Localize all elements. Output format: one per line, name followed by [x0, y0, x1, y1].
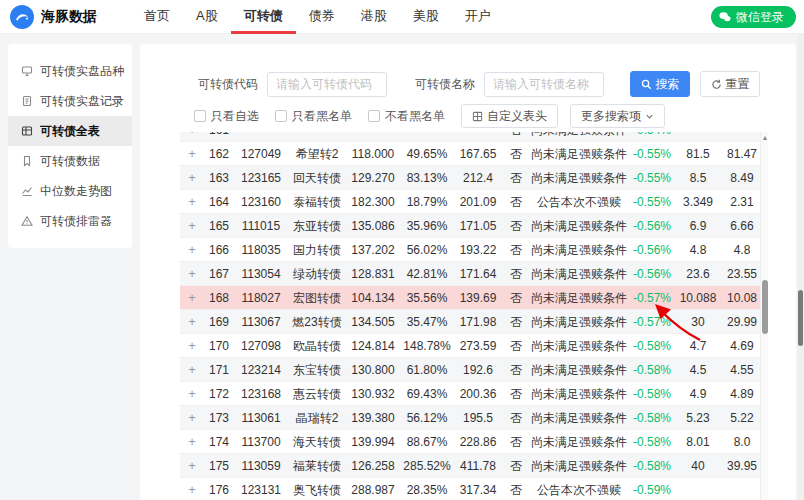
change-percent: -0.57%: [628, 310, 676, 333]
bond-name-input[interactable]: [484, 72, 604, 97]
table-row[interactable]: + 162 127049 希望转2 118.000 49.65% 167.65 …: [180, 142, 768, 166]
value-2: 5.22: [720, 406, 764, 429]
login-label: 微信登录: [736, 9, 784, 26]
filter-row-inputs: 可转债代码 可转债名称 搜索 重置: [198, 71, 760, 97]
sidebar-item-label: 可转债全表: [40, 123, 100, 140]
premium-rate: 35.96%: [400, 214, 454, 237]
bond-value: 171.05: [454, 214, 502, 237]
redeem-flag: 否: [502, 310, 530, 333]
table-row[interactable]: + 171 123214 东宝转债 130.800 61.80% 192.6 否…: [180, 358, 768, 382]
redeem-condition: 尚未满足强赎条件: [530, 430, 628, 453]
expand-row-button[interactable]: +: [180, 478, 204, 500]
table-row[interactable]: + 173 113061 晶瑞转2 139.380 56.12% 195.5 否…: [180, 406, 768, 430]
checkbox-only-blacklist[interactable]: 只看黑名单: [275, 108, 352, 125]
expand-row-button[interactable]: +: [180, 358, 204, 381]
value-1: 5.23: [676, 406, 720, 429]
table-row[interactable]: + 164 123160 泰福转债 182.300 18.79% 201.09 …: [180, 190, 768, 214]
bond-value: 167.65: [454, 142, 502, 165]
table-row[interactable]: + 176 123131 奥飞转债 288.987 28.35% 317.34 …: [180, 478, 768, 500]
bond-code-input[interactable]: [267, 72, 387, 97]
nav-item-open-account[interactable]: 开户: [452, 0, 504, 34]
premium-rate: 69.43%: [400, 382, 454, 405]
value-1: 4.5: [676, 358, 720, 381]
more-search-button[interactable]: 更多搜索项: [570, 104, 665, 128]
table-row[interactable]: + 169 113067 燃23转债 134.505 35.47% 171.98…: [180, 310, 768, 334]
table-row[interactable]: + 175 113059 福莱转债 126.258 285.52% 411.78…: [180, 454, 768, 478]
expand-row-button[interactable]: +: [180, 190, 204, 213]
change-percent: -0.56%: [628, 262, 676, 285]
table-row[interactable]: + 174 113700 海天转债 139.994 88.67% 228.86 …: [180, 430, 768, 454]
nav-item-home[interactable]: 首页: [131, 0, 183, 34]
nav-item-convertible-bond[interactable]: 可转债: [231, 0, 296, 34]
table-row[interactable]: + 172 123168 惠云转债 130.932 69.43% 200.36 …: [180, 382, 768, 406]
expand-row-button[interactable]: +: [180, 286, 204, 309]
expand-row-button[interactable]: +: [180, 382, 204, 405]
table-row[interactable]: + 166 118035 国力转债 137.202 56.02% 193.22 …: [180, 238, 768, 262]
checkbox-label: 不看黑名单: [385, 108, 445, 125]
bond-name: 海天转债: [288, 430, 346, 453]
table-row[interactable]: + 167 113054 绿动转债 128.831 42.81% 171.64 …: [180, 262, 768, 286]
expand-row-button[interactable]: +: [180, 430, 204, 453]
table-scrollbar[interactable]: ▲: [760, 132, 768, 500]
bookmark-icon: [21, 155, 33, 167]
nav-item-bond[interactable]: 债券: [296, 0, 348, 34]
value-1: 4.8: [676, 238, 720, 261]
redeem-flag: 否: [502, 142, 530, 165]
scroll-up-icon[interactable]: ▲: [761, 133, 768, 143]
table-row[interactable]: + 163 123165 回天转债 129.270 83.13% 212.4 否…: [180, 166, 768, 190]
value-1: 4.9: [676, 382, 720, 405]
sidebar-item-median-chart[interactable]: 中位数走势图: [8, 176, 132, 206]
custom-header-button[interactable]: 自定义表头: [461, 104, 558, 128]
sidebar-item-realtrade-records[interactable]: 可转债实盘记录: [8, 86, 132, 116]
table-row[interactable]: + 161 否 尚未满足强赎条件 -0.54%: [180, 132, 768, 142]
table-row[interactable]: + 170 127098 欧晶转债 124.814 148.78% 273.59…: [180, 334, 768, 358]
nav-item-us[interactable]: 美股: [400, 0, 452, 34]
bond-price: 124.814: [346, 334, 400, 357]
checkbox-hide-blacklist[interactable]: 不看黑名单: [368, 108, 445, 125]
redeem-flag: 否: [502, 190, 530, 213]
checkbox-only-watchlist[interactable]: 只看自选: [194, 108, 259, 125]
bond-value: 212.4: [454, 166, 502, 189]
expand-row-button[interactable]: +: [180, 262, 204, 285]
bond-value: 195.5: [454, 406, 502, 429]
monitor-icon: [21, 65, 33, 77]
sidebar-item-bond-data[interactable]: 可转债数据: [8, 146, 132, 176]
sidebar-item-full-table[interactable]: 可转债全表: [8, 116, 132, 146]
sidebar-item-mine-detector[interactable]: 可转债排雷器: [8, 206, 132, 236]
redeem-condition: 尚未满足强赎条件: [530, 238, 628, 261]
page-scrollbar[interactable]: [797, 0, 804, 500]
expand-row-button[interactable]: +: [180, 132, 204, 141]
table-scrollbar-thumb[interactable]: [762, 280, 768, 334]
expand-row-button[interactable]: +: [180, 142, 204, 165]
expand-row-button[interactable]: +: [180, 334, 204, 357]
page-scrollbar-thumb[interactable]: [798, 290, 803, 346]
sidebar-item-label: 可转债实盘记录: [40, 93, 124, 110]
table-row[interactable]: + 168 118027 宏图转债 104.134 35.56% 139.69 …: [180, 286, 768, 310]
premium-rate: 28.35%: [400, 478, 454, 500]
expand-row-button[interactable]: +: [180, 454, 204, 477]
table-row[interactable]: + 165 111015 东亚转债 135.086 35.96% 171.05 …: [180, 214, 768, 238]
value-2: 4.8: [720, 238, 764, 261]
table-rows: + 161 否 尚未满足强赎条件 -0.54% + 162 127049 希望转…: [180, 132, 768, 500]
nav-item-ashares[interactable]: A股: [183, 0, 231, 34]
wechat-icon: [719, 11, 731, 23]
value-2: [720, 132, 764, 141]
wechat-login-button[interactable]: 微信登录: [711, 6, 796, 28]
search-button[interactable]: 搜索: [630, 71, 690, 97]
bond-value: 171.64: [454, 262, 502, 285]
expand-row-button[interactable]: +: [180, 310, 204, 333]
reset-button[interactable]: 重置: [700, 71, 760, 97]
change-percent: -0.59%: [628, 478, 676, 500]
sidebar-item-realtrade-varieties[interactable]: 可转债实盘品种: [8, 56, 132, 86]
expand-row-button[interactable]: +: [180, 166, 204, 189]
expand-row-button[interactable]: +: [180, 214, 204, 237]
reset-label: 重置: [726, 76, 750, 93]
brand[interactable]: 海豚数据: [10, 5, 97, 29]
nav-item-hk[interactable]: 港股: [348, 0, 400, 34]
value-1: 81.5: [676, 142, 720, 165]
bond-code: 123160: [234, 190, 288, 213]
expand-row-button[interactable]: +: [180, 238, 204, 261]
alert-triangle-icon: [21, 215, 33, 227]
bond-table: + 161 否 尚未满足强赎条件 -0.54% + 162 127049 希望转…: [180, 132, 768, 500]
expand-row-button[interactable]: +: [180, 406, 204, 429]
